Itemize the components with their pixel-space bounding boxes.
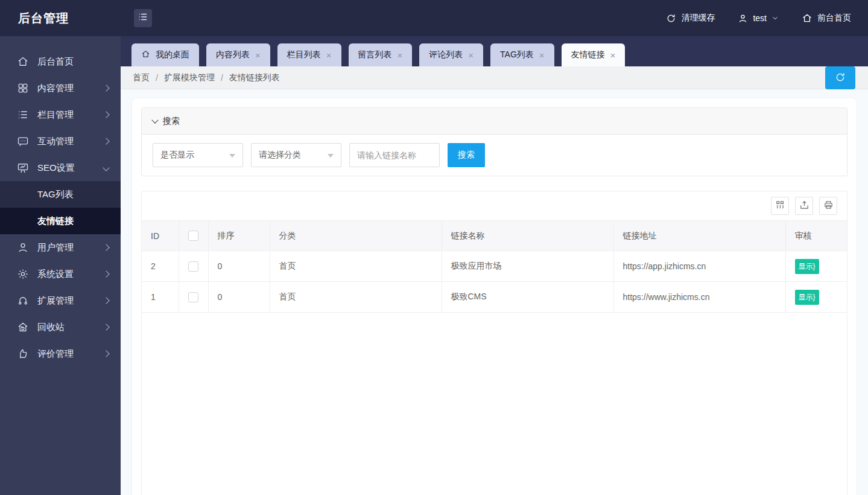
table-header-row: ID 排序 分类 链接名称 链接地址 审核	[142, 221, 847, 251]
sidebar-item-columns[interactable]: 栏目管理	[0, 101, 121, 128]
sidebar-item-label: 后台首页	[37, 56, 74, 68]
tab-tag-list[interactable]: TAG列表 ×	[490, 43, 554, 66]
cell-category: 首页	[270, 251, 442, 282]
page-refresh-button[interactable]	[825, 66, 855, 89]
search-button[interactable]: 搜索	[448, 143, 485, 167]
chevron-right-icon	[103, 244, 109, 251]
extension-icon	[17, 295, 29, 307]
content-icon	[17, 82, 29, 94]
breadcrumb-home[interactable]: 首页	[133, 72, 150, 83]
close-icon[interactable]: ×	[398, 51, 403, 60]
close-icon[interactable]: ×	[326, 51, 332, 60]
user-menu[interactable]: test	[738, 13, 779, 24]
close-icon[interactable]: ×	[610, 51, 616, 60]
select-all-checkbox[interactable]	[188, 231, 198, 241]
sidebar-subitem-friend-links[interactable]: 友情链接	[0, 208, 121, 234]
sidebar-item-system-settings[interactable]: 系统设置	[0, 261, 121, 287]
sidebar-item-label: 系统设置	[37, 269, 74, 280]
clear-cache-button[interactable]: 清理缓存	[666, 13, 715, 24]
breadcrumb-extension-module[interactable]: 扩展模块管理	[164, 72, 215, 83]
cell-id: 2	[142, 251, 179, 282]
sidebar-item-seo[interactable]: SEO设置	[0, 155, 121, 181]
tab-label: 我的桌面	[156, 50, 189, 60]
close-icon[interactable]: ×	[255, 51, 261, 60]
admin-app: 后台管理 清理缓存 test	[0, 0, 868, 495]
sidebar-item-content[interactable]: 内容管理	[0, 75, 121, 101]
col-header-link-name: 链接名称	[442, 221, 613, 251]
tab-content-list[interactable]: 内容列表 ×	[206, 43, 270, 66]
sidebar: 后台首页 内容管理 栏目管理 互动管理 SEO	[0, 36, 121, 495]
row-checkbox[interactable]	[188, 292, 198, 302]
tab-message-list[interactable]: 留言列表 ×	[349, 43, 413, 66]
clear-cache-label: 清理缓存	[681, 13, 715, 24]
top-header: 后台管理 清理缓存 test	[0, 0, 868, 36]
cell-sort: 0	[208, 251, 270, 282]
sidebar-item-label: 内容管理	[37, 83, 74, 94]
close-icon[interactable]: ×	[539, 51, 545, 60]
sidebar-subitem-label: TAG列表	[37, 189, 74, 200]
status-badge[interactable]: 显示}	[795, 259, 819, 274]
refresh-icon	[835, 72, 846, 85]
front-home-link[interactable]: 前台首页	[802, 13, 851, 24]
thumbs-up-icon	[17, 348, 29, 360]
sidebar-item-label: 扩展管理	[37, 295, 74, 307]
sidebar-item-reviews[interactable]: 评价管理	[0, 340, 121, 367]
sidebar-item-extensions[interactable]: 扩展管理	[0, 287, 121, 314]
column-icon	[17, 109, 29, 121]
show-filter-select[interactable]: 是否显示	[153, 143, 243, 167]
tab-my-desktop[interactable]: 我的桌面	[131, 43, 199, 66]
col-header-category: 分类	[270, 221, 442, 251]
sidebar-item-interaction[interactable]: 互动管理	[0, 128, 121, 155]
chevron-right-icon	[103, 350, 109, 357]
search-panel-header[interactable]: 搜索	[142, 108, 847, 135]
sidebar-subitem-tag-list[interactable]: TAG列表	[0, 181, 121, 208]
columns-icon	[775, 200, 785, 212]
col-header-link-url: 链接地址	[613, 221, 785, 251]
search-panel-body: 是否显示 请选择分类 搜索	[142, 135, 847, 176]
interact-icon	[17, 135, 29, 147]
main-area: 我的桌面 内容列表 × 栏目列表 × 留言列表 × 评论列表 × TAG列表 ×	[121, 36, 868, 495]
tab-comment-list[interactable]: 评论列表 ×	[419, 43, 483, 66]
user-icon	[738, 13, 748, 24]
breadcrumb-bar: 首页 / 扩展模块管理 / 友情链接列表	[121, 66, 868, 89]
tab-label: 栏目列表	[287, 50, 321, 60]
chevron-right-icon	[103, 324, 109, 330]
cell-sort: 0	[208, 282, 270, 313]
app-title: 后台管理	[0, 10, 121, 27]
close-icon[interactable]: ×	[468, 51, 474, 60]
sidebar-item-backend-home[interactable]: 后台首页	[0, 48, 121, 75]
sidebar-item-users[interactable]: 用户管理	[0, 234, 121, 261]
sidebar-subitem-label: 友情链接	[37, 216, 74, 227]
cell-select	[179, 251, 208, 282]
cell-link-name: 极致应用市场	[442, 251, 613, 282]
tab-column-list[interactable]: 栏目列表 ×	[277, 43, 341, 66]
sidebar-item-label: 互动管理	[37, 136, 74, 147]
chevron-down-icon	[771, 14, 779, 22]
category-filter-select[interactable]: 请选择分类	[251, 143, 341, 167]
columns-filter-button[interactable]	[771, 197, 789, 215]
search-panel-title: 搜索	[163, 116, 180, 127]
chevron-down-icon	[103, 164, 109, 171]
cell-id: 1	[142, 282, 179, 313]
chevron-right-icon	[103, 138, 109, 144]
chevron-right-icon	[103, 297, 109, 304]
chevron-down-icon	[151, 117, 158, 123]
row-checkbox[interactable]	[188, 261, 198, 272]
link-name-input[interactable]	[349, 143, 440, 167]
print-button[interactable]	[819, 197, 837, 215]
username-label: test	[753, 13, 767, 23]
export-button[interactable]	[795, 197, 813, 215]
chevron-right-icon	[103, 111, 109, 118]
sidebar-item-label: 评价管理	[37, 348, 74, 360]
col-header-sort: 排序	[208, 221, 270, 251]
table-panel: ID 排序 分类 链接名称 链接地址 审核 2	[141, 191, 847, 495]
table-toolbar	[142, 191, 847, 220]
caret-down-icon	[229, 154, 235, 158]
category-filter-value: 请选择分类	[259, 150, 301, 161]
cell-link-url: https://www.jizhicms.cn	[613, 282, 785, 313]
chevron-right-icon	[103, 270, 109, 277]
sidebar-item-recycle-bin[interactable]: 回收站	[0, 314, 121, 340]
tab-friend-links[interactable]: 友情链接 ×	[562, 43, 626, 66]
sidebar-toggle-button[interactable]	[134, 9, 152, 27]
status-badge[interactable]: 显示}	[795, 290, 819, 305]
